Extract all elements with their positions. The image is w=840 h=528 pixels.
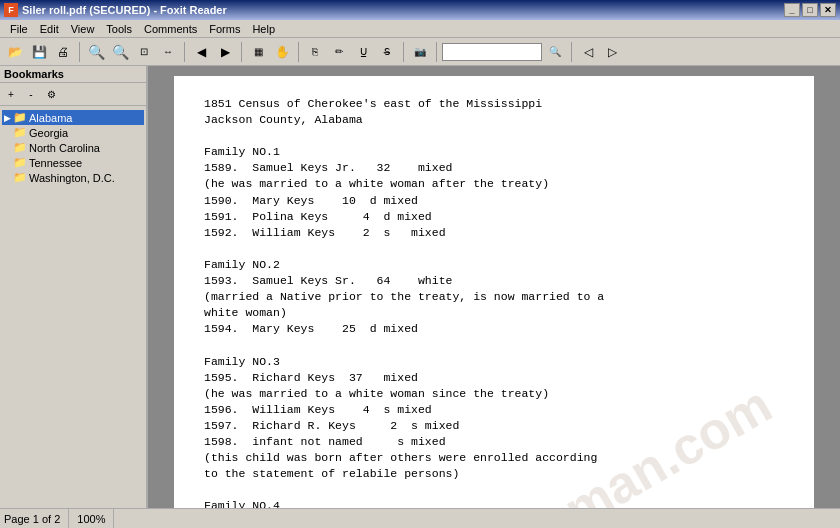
page-indicator: Page 1 of 2 [4,509,69,528]
minimize-button[interactable]: _ [784,3,800,17]
bookmarks-toolbar: + - ⚙ [0,83,146,106]
toolbar-sep-7 [571,42,572,62]
main-area: Bookmarks + - ⚙ ▶ 📁 Alabama ▶ 📁 Georgia … [0,66,840,508]
bookmark-item-alabama[interactable]: ▶ 📁 Alabama [2,110,144,125]
back-button[interactable]: ◁ [577,41,599,63]
toolbar-sep-2 [184,42,185,62]
bookmark-item-northcarolina[interactable]: ▶ 📁 North Carolina [2,140,144,155]
zoom-out-button[interactable]: 🔍 [85,41,107,63]
save-button[interactable]: 💾 [28,41,50,63]
menu-forms[interactable]: Forms [203,20,246,37]
bookmark-label: Tennessee [29,157,82,169]
prev-page-button[interactable]: ◀ [190,41,212,63]
print-button[interactable]: 🖨 [52,41,74,63]
maximize-button[interactable]: □ [802,3,818,17]
search-input[interactable] [442,43,542,61]
window-title: Siler roll.pdf (SECURED) - Foxit Reader [22,4,227,16]
bookmark-collapse-button[interactable]: - [22,85,40,103]
forward-button[interactable]: ▷ [601,41,623,63]
hand-button[interactable]: ✋ [271,41,293,63]
close-button[interactable]: ✕ [820,3,836,17]
copy-button[interactable]: ⎘ [304,41,326,63]
next-page-button[interactable]: ▶ [214,41,236,63]
fit-width-button[interactable]: ↔ [157,41,179,63]
bookmark-arrow-icon: ▶ [4,173,11,183]
highlight-button[interactable]: ✏ [328,41,350,63]
bookmark-arrow-icon: ▶ [4,113,11,123]
app-icon: F [4,3,18,17]
menu-help[interactable]: Help [246,20,281,37]
window-controls[interactable]: _ □ ✕ [784,3,836,17]
bookmark-folder-icon: 📁 [13,141,27,154]
strikethrough-button[interactable]: S̶ [376,41,398,63]
underline-button[interactable]: U̲ [352,41,374,63]
bookmark-folder-icon: 📁 [13,171,27,184]
document-page: 1851 Census of Cherokee's east of the Mi… [174,76,814,508]
snapshot-button[interactable]: 📷 [409,41,431,63]
bookmark-folder-icon: 📁 [13,126,27,139]
search-button[interactable]: 🔍 [544,41,566,63]
bookmark-folder-icon: 📁 [13,111,27,124]
menu-comments[interactable]: Comments [138,20,203,37]
fit-page-button[interactable]: ⊡ [133,41,155,63]
document-area[interactable]: 1851 Census of Cherokee's east of the Mi… [148,66,840,508]
toolbar-sep-5 [403,42,404,62]
toolbar-sep-6 [436,42,437,62]
bookmarks-panel: Bookmarks + - ⚙ ▶ 📁 Alabama ▶ 📁 Georgia … [0,66,148,508]
bookmark-item-georgia[interactable]: ▶ 📁 Georgia [2,125,144,140]
page-content: 1851 Census of Cherokee's east of the Mi… [204,96,784,508]
bookmark-arrow-icon: ▶ [4,158,11,168]
menu-view[interactable]: View [65,20,101,37]
zoom-in-button[interactable]: 🔍 [109,41,131,63]
status-bar: Page 1 of 2 100% [0,508,840,528]
toolbar-sep-1 [79,42,80,62]
bookmark-label: North Carolina [29,142,100,154]
bookmark-item-tennessee[interactable]: ▶ 📁 Tennessee [2,155,144,170]
bookmark-label: Georgia [29,127,68,139]
zoom-level: 100% [77,509,114,528]
bookmark-folder-icon: 📁 [13,156,27,169]
menu-tools[interactable]: Tools [100,20,138,37]
open-button[interactable]: 📂 [4,41,26,63]
menu-edit[interactable]: Edit [34,20,65,37]
title-bar: F Siler roll.pdf (SECURED) - Foxit Reade… [0,0,840,20]
bookmark-tree: ▶ 📁 Alabama ▶ 📁 Georgia ▶ 📁 North Caroli… [0,106,146,508]
bookmark-item-washington[interactable]: ▶ 📁 Washington, D.C. [2,170,144,185]
bookmark-settings-button[interactable]: ⚙ [42,85,60,103]
toolbar-sep-4 [298,42,299,62]
toolbar: 📂 💾 🖨 🔍 🔍 ⊡ ↔ ◀ ▶ ▦ ✋ ⎘ ✏ U̲ S̶ 📷 🔍 ◁ ▷ [0,38,840,66]
bookmarks-header: Bookmarks [0,66,146,83]
bookmark-expand-button[interactable]: + [2,85,20,103]
toolbar-sep-3 [241,42,242,62]
menu-file[interactable]: File [4,20,34,37]
bookmark-arrow-icon: ▶ [4,143,11,153]
menu-bar: File Edit View Tools Comments Forms Help [0,20,840,38]
bookmark-label: Alabama [29,112,72,124]
bookmark-label: Washington, D.C. [29,172,115,184]
bookmark-arrow-icon: ▶ [4,128,11,138]
select-button[interactable]: ▦ [247,41,269,63]
